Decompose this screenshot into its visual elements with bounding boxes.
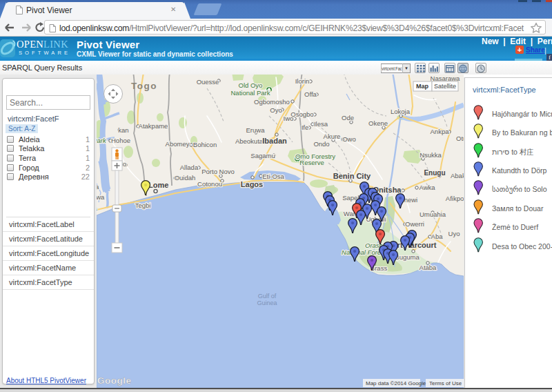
svg-text:Atakpame: Atakpame — [139, 122, 168, 130]
svg-text:Bohicon: Bohicon — [193, 141, 217, 148]
svg-text:kan: kan — [118, 126, 128, 134]
svg-text:Umuahia: Umuahia — [420, 210, 446, 218]
svg-text:dowa: dowa — [97, 193, 105, 201]
svg-text:Ouesse: Ouesse — [197, 78, 219, 86]
svg-text:Lagos: Lagos — [241, 180, 263, 188]
svg-text:Gulf of: Gulf of — [258, 293, 277, 300]
svg-text:Benin City: Benin City — [333, 172, 371, 180]
svg-text:Nasarawa: Nasarawa — [431, 75, 460, 82]
svg-text:Porto Novo: Porto Novo — [201, 168, 235, 175]
svg-text:Aba: Aba — [431, 233, 444, 240]
svg-text:Buguma: Buguma — [395, 253, 420, 261]
svg-text:Lokoja: Lokoja — [391, 108, 411, 115]
svg-text:Owo: Owo — [342, 135, 356, 143]
svg-text:Satellite: Satellite — [434, 83, 456, 90]
svg-text:National Park: National Park — [230, 89, 270, 97]
svg-text:Ilesa: Ilesa — [314, 120, 328, 128]
svg-text:Ife: Ife — [302, 124, 309, 131]
svg-text:Awka: Awka — [419, 184, 435, 191]
svg-text:Akure: Akure — [324, 133, 341, 140]
svg-text:Eruwa: Eruwa — [246, 126, 266, 134]
svg-text:Cotonou: Cotonou — [197, 180, 222, 188]
svg-text:Ondo: Ondo — [313, 140, 329, 148]
svg-text:Ogbomosho: Ogbomosho — [254, 98, 290, 106]
svg-text:Afikpo: Afikpo — [446, 195, 464, 202]
svg-text:Ankpa: Ankpa — [431, 128, 450, 135]
svg-text:Terms of Use: Terms of Use — [429, 380, 462, 386]
svg-text:Ode: Ode — [342, 114, 354, 121]
svg-text:Map: Map — [416, 83, 429, 90]
svg-text:Tegbi: Tegbi — [135, 202, 151, 209]
svg-text:Nsukka: Nsukka — [420, 151, 442, 159]
svg-text:Ibadan: Ibadan — [262, 137, 287, 145]
svg-text:Hohoe: Hohoe — [111, 137, 130, 144]
svg-text:Abomey: Abomey — [166, 140, 190, 148]
svg-text:Togo: Togo — [131, 81, 157, 91]
svg-text:Abeokuta: Abeokuta — [235, 137, 264, 145]
svg-text:Guinea: Guinea — [257, 300, 277, 306]
svg-text:Eti-Osa: Eti-Osa — [262, 173, 284, 180]
svg-text:National Fores: National Fores — [342, 248, 384, 256]
svg-text:Ataba: Ataba — [420, 264, 437, 271]
svg-text:Lome: Lome — [148, 181, 168, 189]
svg-text:Map data ©2014 Google: Map data ©2014 Google — [366, 380, 426, 386]
svg-text:Okene: Okene — [368, 119, 388, 127]
svg-text:Uyo: Uyo — [448, 230, 460, 237]
svg-text:Reserve: Reserve — [299, 159, 324, 166]
svg-text:Offa: Offa — [304, 90, 317, 98]
svg-text:Osogbo: Osogbo — [290, 110, 313, 118]
svg-text:Ouidah: Ouidah — [175, 174, 196, 182]
svg-text:Otuk: Otuk — [456, 135, 464, 142]
svg-text:Owerri: Owerri — [405, 220, 424, 228]
svg-text:Ilorin: Ilorin — [295, 77, 310, 85]
svg-text:Iwo: Iwo — [284, 115, 294, 122]
svg-text:Oyo: Oyo — [270, 106, 282, 114]
svg-text:Old Oyo: Old Oyo — [239, 81, 263, 89]
svg-text:Allada: Allada — [180, 164, 199, 171]
svg-text:Google: Google — [97, 375, 132, 386]
svg-text:Park: Park — [97, 137, 107, 144]
svg-text:Abaka: Abaka — [451, 172, 464, 179]
svg-text:Enugu: Enugu — [424, 169, 445, 177]
svg-text:Sagamu: Sagamu — [250, 152, 275, 159]
